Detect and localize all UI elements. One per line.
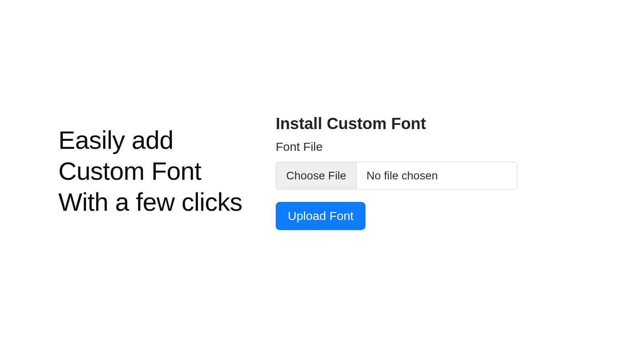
main-container: Easily add Custom Font With a few clicks… (0, 0, 644, 362)
upload-form-section: Install Custom Font Font File Choose Fil… (276, 115, 517, 230)
font-file-label: Font File (276, 140, 517, 154)
tagline-line-3: With a few clicks (58, 187, 242, 218)
file-status-text: No file chosen (357, 162, 517, 189)
tagline-line-1: Easily add (58, 125, 242, 156)
file-input[interactable]: Choose File No file chosen (276, 162, 517, 190)
upload-font-button[interactable]: Upload Font (276, 202, 365, 230)
tagline-line-2: Custom Font (58, 156, 242, 187)
tagline-text: Easily add Custom Font With a few clicks (58, 125, 242, 218)
choose-file-button[interactable]: Choose File (276, 162, 357, 189)
form-title: Install Custom Font (276, 115, 517, 133)
tagline-section: Easily add Custom Font With a few clicks (58, 125, 242, 218)
